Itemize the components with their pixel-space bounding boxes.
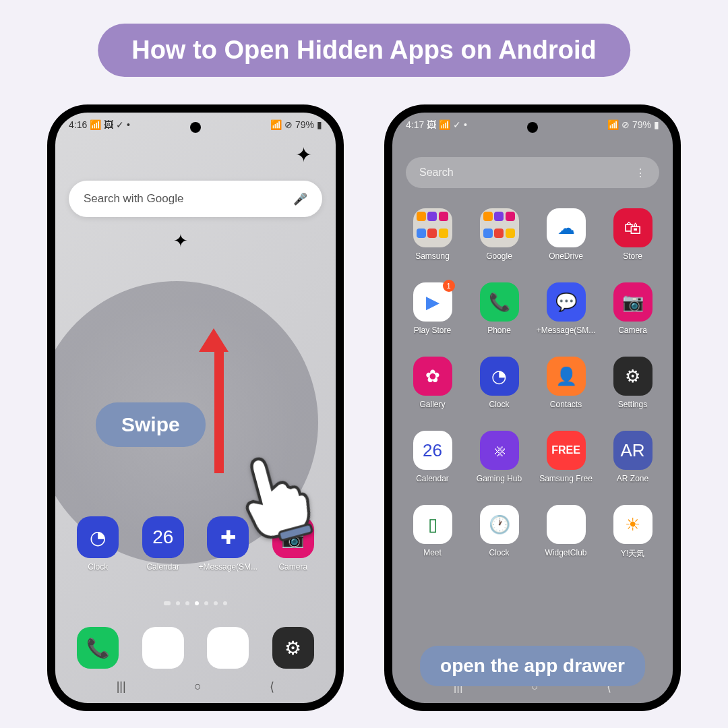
- app-icon: 📷: [613, 282, 653, 322]
- app-label: AR Zone: [617, 474, 648, 483]
- app-icon: ▶1: [413, 282, 452, 322]
- app-icon: 26: [413, 431, 452, 470]
- app-label: Clock: [489, 548, 509, 557]
- app-icon: ▦: [547, 505, 586, 544]
- status-icons-right: 📶 ⊘: [607, 119, 630, 130]
- app-meet[interactable]: ▯Meet: [402, 505, 463, 557]
- app-clock[interactable]: ◔Clock: [67, 516, 128, 572]
- nav-back[interactable]: ⟨: [270, 679, 274, 694]
- app-label: Samsung: [415, 251, 450, 261]
- drawer-row: 26Calendar⨳Gaming HubFREESamsung FreeARA…: [399, 431, 666, 483]
- app-label: Phone: [487, 326, 511, 335]
- app-samsung[interactable]: Samsung: [402, 208, 463, 261]
- app-phone[interactable]: 📞Phone: [469, 282, 530, 335]
- app-label: Play Store: [414, 326, 451, 335]
- phone-app-drawer: 4:17 🖼 📶 ✓ • 📶 ⊘ 79% ▮ Search ⋮ SamsungG…: [384, 104, 681, 711]
- app-icon: 👤: [547, 357, 586, 396]
- drawer-search-placeholder: Search: [419, 166, 454, 179]
- app-calendar[interactable]: 26Calendar: [133, 516, 193, 572]
- app-label: Camera: [278, 562, 307, 572]
- app-icon: ✿: [413, 357, 452, 396]
- app-label: Y!天気: [621, 548, 644, 559]
- app-label: Settings: [618, 400, 647, 409]
- app-icon: [480, 208, 519, 247]
- app-icon: ▦: [142, 627, 184, 669]
- app-icon: AR: [613, 431, 653, 470]
- home-screen[interactable]: 4:16 📶 🖼 ✓ • 📶 ⊘ 79% ▮ ✦ Search with Goo…: [55, 113, 336, 703]
- app-icon: 💬: [547, 282, 586, 322]
- camera-hole: [190, 122, 201, 133]
- app-calendar[interactable]: 26Calendar: [402, 431, 463, 483]
- app-icon: [413, 208, 452, 247]
- app-icon: 📞: [77, 627, 119, 669]
- drawer-row: ▶1Play Store📞Phone💬+Message(SM...📷Camera: [399, 282, 666, 335]
- app-chrome[interactable]: ◉Chrome: [198, 627, 258, 673]
- app-label: Clock: [88, 562, 108, 572]
- app-gaming-hub[interactable]: ⨳Gaming Hub: [469, 431, 530, 483]
- sparkle-icon: ✦: [173, 231, 188, 251]
- app-icon: ⚙: [272, 627, 314, 669]
- app-clock[interactable]: ◔Clock: [469, 357, 530, 409]
- app-icon: ⨳: [480, 431, 519, 470]
- nav-home[interactable]: ○: [194, 679, 202, 694]
- search-placeholder: Search with Google: [84, 192, 183, 206]
- status-time: 4:17: [406, 119, 424, 130]
- app-label: Calendar: [416, 474, 449, 483]
- app-label: Clock: [489, 400, 509, 409]
- drawer-row: ▯Meet🕐Clock▦WidgetClub☀Y!天気: [399, 505, 666, 559]
- app-label: WidgetClub: [545, 548, 586, 557]
- app-play-store[interactable]: ▶1Play Store: [402, 282, 463, 335]
- status-battery: 79%: [632, 119, 651, 130]
- app-contacts[interactable]: 👤Contacts: [536, 357, 597, 409]
- app-icon: ◔: [480, 357, 519, 396]
- app-phone[interactable]: 📞Phone: [67, 627, 128, 673]
- dock: 📞Phone▦Widget◉Chrome⚙Settings: [65, 627, 326, 673]
- app-gallery[interactable]: ✿Gallery: [402, 357, 463, 409]
- app-icon: 🛍: [613, 208, 653, 247]
- app-widgetclub[interactable]: ▦WidgetClub: [536, 505, 597, 557]
- app-icon: 26: [142, 516, 184, 558]
- app--message-sm-[interactable]: 💬+Message(SM...: [536, 282, 597, 335]
- app-label: Samsung Free: [539, 474, 593, 483]
- app-label: Gaming Hub: [477, 474, 522, 483]
- app-label: Gallery: [419, 400, 445, 409]
- app-store[interactable]: 🛍Store: [603, 208, 663, 261]
- app-icon: ◉: [207, 627, 249, 669]
- app-camera[interactable]: 📷Camera: [603, 282, 663, 335]
- app-samsung-free[interactable]: FREESamsung Free: [536, 431, 597, 483]
- app-y-[interactable]: ☀Y!天気: [603, 505, 663, 559]
- app-label: Contacts: [550, 400, 582, 409]
- nav-recents[interactable]: |||: [117, 679, 126, 694]
- app-icon: ☁: [547, 208, 586, 247]
- camera-hole: [527, 122, 538, 133]
- app-clock[interactable]: 🕐Clock: [469, 505, 530, 557]
- more-icon[interactable]: ⋮: [635, 166, 646, 179]
- nav-bar: ||| ○ ⟨: [55, 676, 336, 698]
- battery-icon: ▮: [654, 119, 659, 130]
- status-icons-left: 📶 🖼 ✓ •: [90, 119, 130, 130]
- app-icon: 📞: [480, 282, 519, 322]
- app-icon: ◔: [77, 516, 119, 558]
- drawer-search-bar[interactable]: Search ⋮: [406, 157, 659, 188]
- app-icon: ⚙: [613, 357, 653, 396]
- app-label: Meet: [423, 548, 442, 557]
- phone-home-screen: 4:16 📶 🖼 ✓ • 📶 ⊘ 79% ▮ ✦ Search with Goo…: [47, 104, 344, 711]
- app-label: Store: [623, 251, 642, 261]
- app-drawer-grid: SamsungGoogle☁OneDrive🛍Store▶1Play Store…: [392, 202, 673, 588]
- app-ar-zone[interactable]: ARAR Zone: [603, 431, 663, 483]
- app-drawer-screen[interactable]: 4:17 🖼 📶 ✓ • 📶 ⊘ 79% ▮ Search ⋮ SamsungG…: [392, 113, 673, 703]
- app-settings[interactable]: ⚙Settings: [603, 357, 663, 409]
- app-icon: ☀: [613, 505, 653, 544]
- app-icon: ▯: [413, 505, 452, 544]
- status-battery: 79%: [295, 119, 314, 130]
- status-icons-right: 📶 ⊘: [270, 119, 293, 130]
- app-widget[interactable]: ▦Widget: [133, 627, 193, 673]
- google-search-bar[interactable]: Search with Google 🎤: [69, 181, 322, 217]
- app-label: +Message(SM...: [537, 326, 596, 335]
- app-settings[interactable]: ⚙Settings: [263, 627, 324, 673]
- badge: 1: [443, 280, 455, 292]
- mic-icon[interactable]: 🎤: [293, 192, 307, 206]
- battery-icon: ▮: [317, 119, 322, 130]
- app-google[interactable]: Google: [469, 208, 530, 261]
- app-onedrive[interactable]: ☁OneDrive: [536, 208, 597, 261]
